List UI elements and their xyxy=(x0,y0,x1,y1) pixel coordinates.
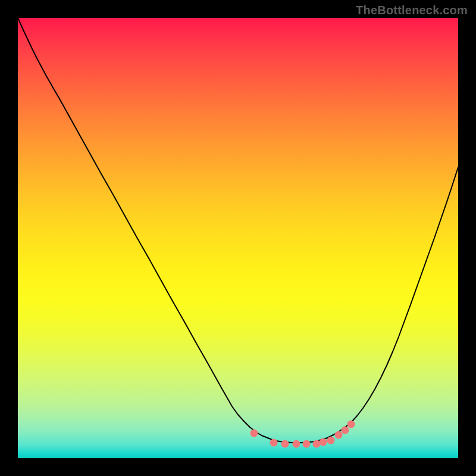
plot-background xyxy=(18,18,458,458)
data-dot xyxy=(342,427,349,434)
data-dot xyxy=(303,440,311,448)
data-dot xyxy=(281,440,289,448)
data-dot xyxy=(327,437,335,444)
data-dot xyxy=(293,440,300,448)
data-dot xyxy=(347,421,355,428)
data-dot xyxy=(270,439,278,447)
attribution-text: TheBottleneck.com xyxy=(356,4,468,17)
data-dot xyxy=(250,430,258,437)
data-dot xyxy=(320,439,327,446)
bottleneck-curve xyxy=(18,18,458,458)
data-dot xyxy=(335,431,343,439)
data-dot xyxy=(313,440,321,448)
chart-container: TheBottleneck.com xyxy=(0,0,476,476)
